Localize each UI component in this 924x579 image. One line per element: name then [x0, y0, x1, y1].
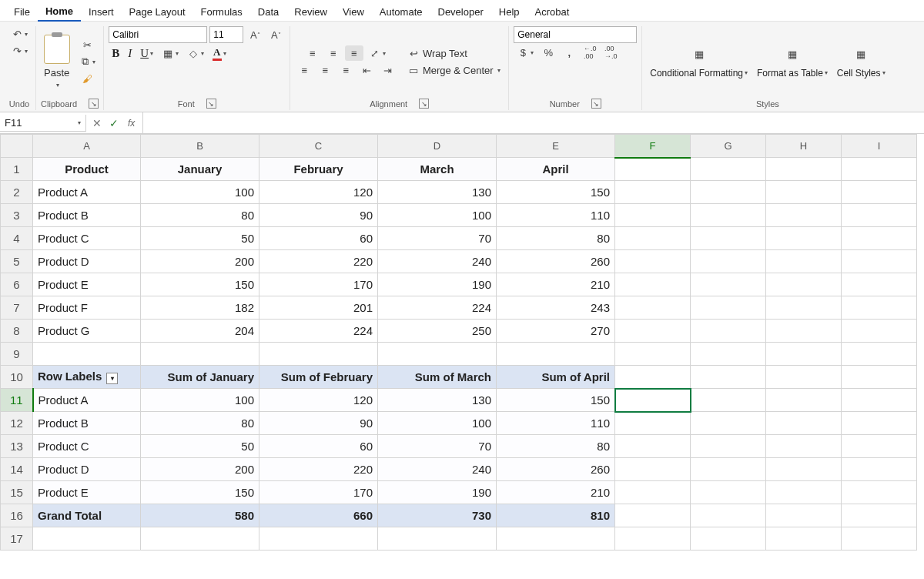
cell[interactable] — [259, 343, 378, 366]
cell[interactable]: 100 — [141, 181, 259, 204]
shrink-font-button[interactable]: A˅ — [266, 27, 285, 42]
cell[interactable] — [615, 527, 691, 551]
menu-tab-view[interactable]: View — [335, 3, 372, 21]
cell[interactable]: 210 — [497, 273, 615, 296]
cell[interactable] — [842, 320, 917, 343]
cell[interactable]: Product D — [33, 250, 141, 273]
enter-formula-button[interactable]: ✓ — [106, 115, 122, 131]
cell[interactable]: Product C — [33, 227, 141, 250]
cut-button[interactable]: ✂ — [78, 37, 96, 52]
cell[interactable] — [691, 366, 766, 389]
menu-tab-insert[interactable]: Insert — [81, 3, 122, 21]
cell[interactable] — [615, 458, 691, 481]
cell[interactable] — [378, 343, 497, 366]
cancel-formula-button[interactable]: ✕ — [89, 115, 105, 131]
cell[interactable]: 150 — [141, 273, 259, 296]
cell[interactable] — [615, 227, 691, 250]
row-header[interactable]: 9 — [1, 343, 33, 366]
row-header[interactable]: 6 — [1, 273, 33, 296]
cell[interactable]: 150 — [497, 389, 615, 412]
cell[interactable] — [766, 458, 842, 481]
cell[interactable]: 110 — [497, 204, 615, 227]
row-header[interactable]: 1 — [1, 158, 33, 181]
cell[interactable] — [842, 273, 917, 296]
percent-button[interactable]: % — [539, 45, 557, 60]
cell[interactable] — [615, 481, 691, 504]
cell[interactable] — [691, 412, 766, 435]
number-format-select[interactable] — [514, 26, 637, 43]
pivot-filter-button[interactable]: ▾ — [106, 373, 118, 384]
cell[interactable] — [691, 227, 766, 250]
cell[interactable]: 200 — [141, 250, 259, 273]
row-header[interactable]: 13 — [1, 435, 33, 458]
align-right-button[interactable]: ≡ — [336, 62, 355, 78]
conditional-formatting-button[interactable]: Conditional Formatting ▾ — [647, 67, 751, 80]
dialog-launcher-icon[interactable]: ↘ — [89, 99, 99, 109]
cell[interactable] — [615, 181, 691, 204]
cell[interactable] — [497, 527, 615, 551]
cell[interactable] — [842, 343, 917, 366]
cell[interactable]: 150 — [141, 481, 259, 504]
cell[interactable] — [766, 435, 842, 458]
cell[interactable]: Product C — [33, 435, 141, 458]
cell[interactable]: Sum of January — [141, 366, 259, 389]
cell[interactable]: Sum of February — [259, 366, 378, 389]
row-header[interactable]: 15 — [1, 481, 33, 504]
row-header[interactable]: 11 — [1, 389, 33, 412]
cell[interactable] — [691, 158, 766, 181]
cell[interactable] — [33, 527, 141, 551]
cell[interactable] — [842, 435, 917, 458]
cell[interactable]: January — [141, 158, 259, 181]
cell[interactable]: 270 — [497, 320, 615, 343]
row-header[interactable]: 14 — [1, 458, 33, 481]
cell[interactable]: Product D — [33, 458, 141, 481]
cell[interactable] — [766, 158, 842, 181]
cell[interactable] — [259, 527, 378, 551]
row-header[interactable]: 16 — [1, 504, 33, 527]
cell[interactable]: 90 — [259, 204, 378, 227]
cell[interactable] — [615, 250, 691, 273]
cell[interactable]: Sum of April — [497, 366, 615, 389]
cell[interactable]: Product F — [33, 296, 141, 320]
decrease-indent-button[interactable]: ⇤ — [357, 62, 376, 78]
cell[interactable]: Product B — [33, 204, 141, 227]
decrease-decimal-button[interactable]: .00→.0 — [601, 45, 620, 60]
menu-tab-data[interactable]: Data — [250, 3, 286, 21]
cell[interactable]: Sum of March — [378, 366, 497, 389]
cell[interactable]: 250 — [378, 320, 497, 343]
dialog-launcher-icon[interactable]: ↘ — [206, 99, 216, 109]
cell[interactable] — [615, 504, 691, 527]
cell[interactable]: 80 — [141, 412, 259, 435]
align-center-button[interactable]: ≡ — [316, 62, 334, 78]
cell[interactable]: Grand Total — [33, 504, 141, 527]
cell[interactable]: March — [378, 158, 497, 181]
cell[interactable] — [691, 458, 766, 481]
align-middle-button[interactable]: ≡ — [324, 45, 343, 61]
cell[interactable]: 210 — [497, 481, 615, 504]
bold-button[interactable]: B — [109, 45, 122, 62]
cell[interactable]: Product E — [33, 273, 141, 296]
cell[interactable]: February — [259, 158, 378, 181]
cell[interactable]: Product — [33, 158, 141, 181]
cell[interactable] — [691, 481, 766, 504]
cell[interactable]: 100 — [378, 412, 497, 435]
col-header-F[interactable]: F — [615, 135, 691, 158]
dialog-launcher-icon[interactable]: ↘ — [419, 99, 429, 109]
row-header[interactable]: 2 — [1, 181, 33, 204]
cell[interactable]: 80 — [141, 204, 259, 227]
cell[interactable]: Product A — [33, 181, 141, 204]
insert-function-button[interactable]: fx — [123, 118, 139, 129]
cell[interactable]: 170 — [259, 481, 378, 504]
cell[interactable] — [842, 458, 917, 481]
cell[interactable] — [842, 412, 917, 435]
menu-tab-review[interactable]: Review — [286, 3, 335, 21]
fill-color-button[interactable]: ◇▾ — [184, 46, 207, 62]
row-header[interactable]: 8 — [1, 320, 33, 343]
cell[interactable] — [842, 227, 917, 250]
cell[interactable] — [615, 435, 691, 458]
increase-decimal-button[interactable]: ←.0.00 — [581, 45, 599, 60]
cell[interactable]: 224 — [259, 320, 378, 343]
cell[interactable]: 130 — [378, 181, 497, 204]
select-all-corner[interactable] — [1, 135, 33, 158]
cell[interactable] — [615, 273, 691, 296]
